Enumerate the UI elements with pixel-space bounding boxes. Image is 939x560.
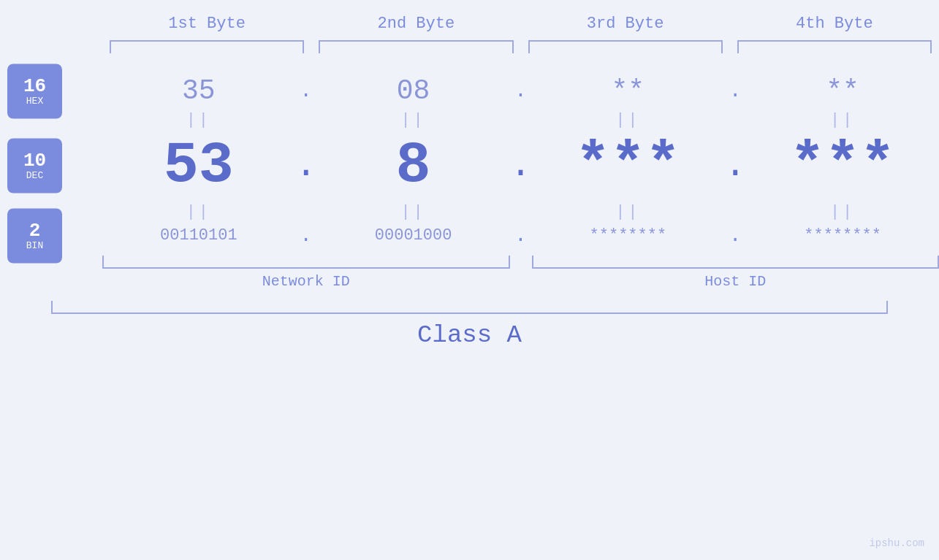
bin-col1: 00110101 (102, 226, 295, 245)
hex-text: HEX (26, 95, 43, 106)
bracket-2 (319, 40, 513, 53)
bin-dot3: . (724, 224, 746, 247)
hex-col1: 35 (102, 75, 295, 107)
dec-col3: *** (532, 132, 725, 199)
dec-label-box: 10 DEC (7, 138, 62, 193)
hex-dot3: . (724, 80, 746, 102)
eq2-col4: || (746, 203, 939, 221)
byte1-header: 1st Byte (102, 15, 311, 33)
dec-dot1: . (295, 145, 317, 186)
dec-col4: *** (746, 132, 939, 199)
dec-text: DEC (26, 169, 43, 180)
hex-num: 16 (23, 76, 46, 95)
bracket-spacer-dot1 (510, 256, 532, 269)
hex-dot2: . (510, 80, 532, 102)
eq1-col1: || (102, 111, 295, 129)
eq1-col4: || (746, 111, 939, 129)
class-bracket (51, 301, 888, 314)
hex-col4: ** (746, 75, 939, 107)
eq2-col1: || (102, 203, 295, 221)
dec-dot2: . (509, 145, 531, 186)
host-bracket (532, 256, 940, 269)
bracket-4 (737, 40, 932, 53)
host-id-label: Host ID (532, 273, 940, 290)
byte-headers: 1st Byte 2nd Byte 3rd Byte 4th Byte (0, 15, 939, 33)
bin-col2: 00001000 (317, 226, 510, 245)
watermark: ipshu.com (869, 537, 924, 549)
dec-dot3: . (724, 145, 746, 186)
bottom-brackets (0, 256, 939, 269)
bin-row: 2 BIN 00110101 . 00001000 . ******** . *… (0, 224, 939, 247)
bracket-1 (110, 40, 304, 53)
id-labels-row: Network ID Host ID (0, 273, 939, 290)
eq1-col2: || (317, 111, 510, 129)
main-container: 1st Byte 2nd Byte 3rd Byte 4th Byte 16 H… (0, 0, 939, 560)
dec-num: 10 (23, 150, 46, 169)
byte3-header: 3rd Byte (521, 15, 730, 33)
class-section: Class A (0, 301, 939, 349)
equals-row-1: || || || || (0, 111, 939, 129)
bin-dot2: . (510, 224, 532, 247)
bracket-3 (528, 40, 723, 53)
network-id-label: Network ID (102, 273, 510, 290)
hex-row: 16 HEX 35 . 08 . ** . ** (0, 75, 939, 107)
bin-col3: ******** (532, 226, 725, 245)
eq2-col2: || (317, 203, 510, 221)
dec-col2: 8 (317, 132, 510, 199)
bin-label-box: 2 BIN (7, 208, 62, 263)
hex-col3: ** (532, 75, 725, 107)
bin-col4: ******** (746, 226, 939, 245)
dec-row: 10 DEC 53 . 8 . *** . *** (0, 132, 939, 199)
bin-text: BIN (26, 239, 43, 250)
eq1-col3: || (532, 111, 725, 129)
bin-dot1: . (295, 224, 317, 247)
equals-row-2: || || || || (0, 203, 939, 221)
network-bracket (102, 256, 510, 269)
hex-dot1: . (295, 80, 317, 102)
byte4-header: 4th Byte (730, 15, 939, 33)
hex-label-box: 16 HEX (7, 64, 62, 118)
bin-num: 2 (29, 220, 41, 239)
byte2-header: 2nd Byte (311, 15, 520, 33)
class-label: Class A (417, 321, 522, 349)
hex-col2: 08 (317, 75, 510, 107)
dec-col1: 53 (102, 132, 295, 199)
eq2-col3: || (532, 203, 725, 221)
top-brackets (0, 40, 939, 53)
